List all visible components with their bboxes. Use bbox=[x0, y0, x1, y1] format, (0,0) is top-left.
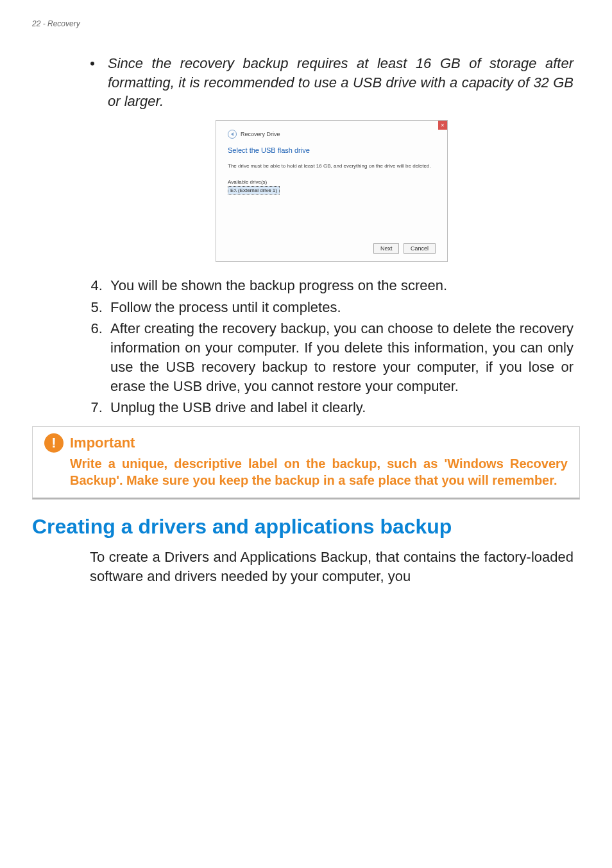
important-callout: ! Important Write a unique, descriptive … bbox=[32, 426, 580, 499]
dialog-crumb-text: Recovery Drive bbox=[241, 131, 280, 137]
header-left: 22 - Recovery bbox=[32, 19, 80, 28]
dialog-close-button[interactable]: × bbox=[438, 121, 447, 130]
dialog-drive-option[interactable]: E:\ (External drive 1) bbox=[228, 186, 280, 195]
bullet-item: • Since the recovery backup requires at … bbox=[90, 54, 574, 111]
numbered-steps: You will be shown the backup progress on… bbox=[90, 276, 574, 417]
dialog-note: The drive must be able to hold at least … bbox=[228, 163, 436, 169]
back-icon[interactable] bbox=[228, 130, 237, 139]
dialog-next-button[interactable]: Next bbox=[373, 243, 400, 254]
dialog-available-label: Available drive(s) bbox=[228, 179, 436, 185]
section-heading: Creating a drivers and applications back… bbox=[32, 515, 580, 539]
recovery-drive-dialog: × Recovery Drive Select the USB flash dr… bbox=[216, 120, 448, 262]
step-6: After creating the recovery backup, you … bbox=[106, 319, 574, 395]
bullet-text: Since the recovery backup requires at le… bbox=[108, 54, 574, 111]
callout-title: Important bbox=[70, 435, 135, 451]
bullet-marker: • bbox=[90, 54, 108, 111]
dialog-title: Select the USB flash drive bbox=[228, 146, 436, 154]
step-4: You will be shown the backup progress on… bbox=[106, 276, 574, 295]
dialog-cancel-button[interactable]: Cancel bbox=[404, 243, 436, 254]
alert-icon: ! bbox=[44, 433, 64, 453]
page-header: 22 - Recovery bbox=[32, 19, 580, 28]
step-5: Follow the process until it completes. bbox=[106, 298, 574, 317]
section-paragraph: To create a Drivers and Applications Bac… bbox=[90, 548, 574, 586]
callout-body: Write a unique, descriptive label on the… bbox=[70, 455, 568, 489]
step-7: Unplug the USB drive and label it clearl… bbox=[106, 398, 574, 417]
